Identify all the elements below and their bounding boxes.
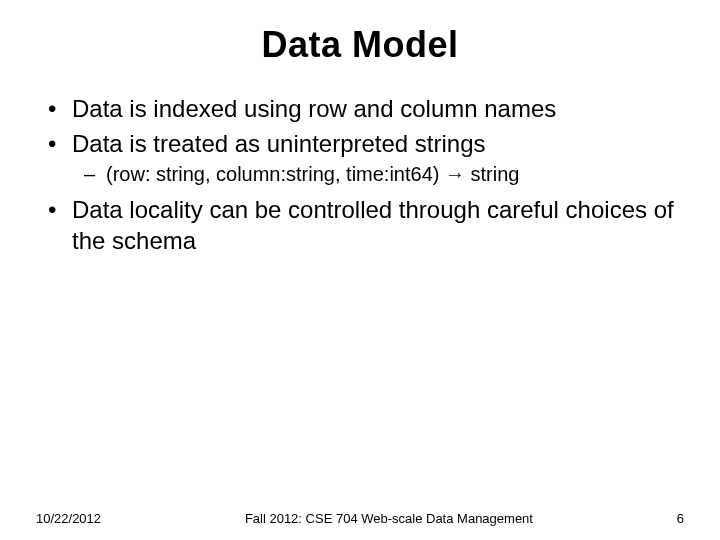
slide: Data Model Data is indexed using row and…	[0, 0, 720, 540]
slide-title: Data Model	[36, 24, 684, 66]
slide-content: Data is indexed using row and column nam…	[36, 94, 684, 257]
bullet-item: Data locality can be controlled through …	[72, 195, 684, 256]
footer-page-number: 6	[677, 511, 684, 526]
sub-bullet-list: (row: string, column:string, time:int64)…	[72, 161, 684, 187]
bullet-list: Data is indexed using row and column nam…	[36, 94, 684, 257]
sub-bullet-item: (row: string, column:string, time:int64)…	[106, 161, 684, 187]
footer-date: 10/22/2012	[36, 511, 101, 526]
bullet-text: Data is treated as uninterpreted strings	[72, 130, 486, 157]
bullet-item: Data is indexed using row and column nam…	[72, 94, 684, 125]
bullet-item: Data is treated as uninterpreted strings…	[72, 129, 684, 188]
footer-course: Fall 2012: CSE 704 Web-scale Data Manage…	[101, 511, 677, 526]
slide-footer: 10/22/2012 Fall 2012: CSE 704 Web-scale …	[0, 511, 720, 526]
